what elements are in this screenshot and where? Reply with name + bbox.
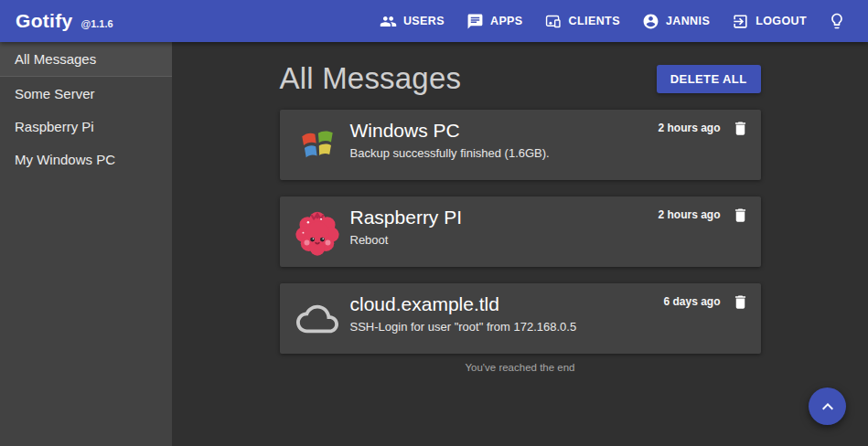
delete-all-button[interactable]: DELETE ALL <box>657 65 761 93</box>
cloud-icon <box>293 283 342 354</box>
message-timestamp: 6 days ago <box>663 292 720 308</box>
sidebar: All Messages Some Server Raspberry Pi My… <box>0 42 172 446</box>
message-card: Raspberry PI Reboot 2 hours ago <box>280 196 761 267</box>
devices-icon <box>545 13 563 30</box>
message-title: Windows PC <box>350 120 659 142</box>
message-title: Raspberry PI <box>350 207 659 228</box>
message-text: SSH-Login for user "root" from 172.168.0… <box>350 320 664 334</box>
nav-apps-button[interactable]: APPS <box>458 7 531 36</box>
nav-user-jannis-button[interactable]: JANNIS <box>634 7 718 36</box>
nav-logout-button[interactable]: LOGOUT <box>723 7 815 36</box>
content-header: All Messages DELETE ALL <box>280 61 761 96</box>
trash-icon <box>732 120 749 137</box>
account-circle-icon <box>642 13 659 30</box>
sidebar-item-label: All Messages <box>15 51 96 67</box>
page-title: All Messages <box>280 61 462 96</box>
chat-icon <box>466 13 484 30</box>
theme-toggle-button[interactable] <box>820 6 853 36</box>
message-meta: 2 hours ago <box>658 110 749 180</box>
users-icon <box>380 13 397 30</box>
message-title: cloud.example.tld <box>350 293 664 315</box>
end-of-list-text: You've reached the end <box>280 362 761 373</box>
app-bar: Gotify @1.1.6 USERS APPS CLIENTS JANNIS … <box>0 0 868 42</box>
trash-icon <box>732 207 749 224</box>
message-timestamp: 2 hours ago <box>658 206 720 221</box>
delete-message-button[interactable] <box>731 206 750 228</box>
sidebar-item-label: Raspberry Pi <box>15 119 94 134</box>
nav-apps-label: APPS <box>490 15 523 27</box>
message-text: Reboot <box>350 233 659 247</box>
sidebar-item-label: My Windows PC <box>15 152 115 167</box>
nav-users-label: USERS <box>403 15 445 27</box>
message-body: Windows PC Backup successfully finished … <box>350 110 659 180</box>
app-title: Gotify <box>16 10 72 32</box>
sidebar-item-raspberry-pi[interactable]: Raspberry Pi <box>0 110 172 143</box>
nav-logout-label: LOGOUT <box>755 15 807 27</box>
app-version: @1.1.6 <box>80 18 113 29</box>
message-card: cloud.example.tld SSH-Login for user "ro… <box>280 283 761 354</box>
chevron-up-icon <box>817 396 839 418</box>
message-body: Raspberry PI Reboot <box>350 196 659 267</box>
sidebar-item-some-server[interactable]: Some Server <box>0 77 172 110</box>
trash-icon <box>732 293 749 311</box>
message-timestamp: 2 hours ago <box>658 119 720 134</box>
exit-to-app-icon <box>732 13 749 30</box>
scroll-to-top-button[interactable] <box>809 388 846 425</box>
message-card: Windows PC Backup successfully finished … <box>280 110 761 180</box>
sidebar-item-label: Some Server <box>15 86 95 101</box>
message-meta: 6 days ago <box>663 283 749 354</box>
sidebar-item-all-messages[interactable]: All Messages <box>0 42 172 76</box>
sidebar-item-my-windows-pc[interactable]: My Windows PC <box>0 143 172 175</box>
message-body: cloud.example.tld SSH-Login for user "ro… <box>350 283 664 354</box>
delete-message-button[interactable] <box>731 292 750 314</box>
app-brand: Gotify @1.1.6 <box>16 10 113 32</box>
raspberry-icon <box>293 196 342 267</box>
nav-clients-label: CLIENTS <box>569 15 620 27</box>
message-meta: 2 hours ago <box>658 196 749 267</box>
lightbulb-icon <box>828 12 846 30</box>
app-bar-nav: USERS APPS CLIENTS JANNIS LOGOUT <box>371 6 853 36</box>
delete-message-button[interactable] <box>731 119 750 141</box>
windows-logo-icon <box>293 110 342 180</box>
message-text: Backup successfully finished (1.6GB). <box>350 146 659 160</box>
nav-clients-button[interactable]: CLIENTS <box>537 7 628 36</box>
nav-users-button[interactable]: USERS <box>371 7 453 36</box>
nav-user-jannis-label: JANNIS <box>666 15 710 27</box>
main-content: All Messages DELETE ALL Windows PC Backu… <box>172 42 868 446</box>
